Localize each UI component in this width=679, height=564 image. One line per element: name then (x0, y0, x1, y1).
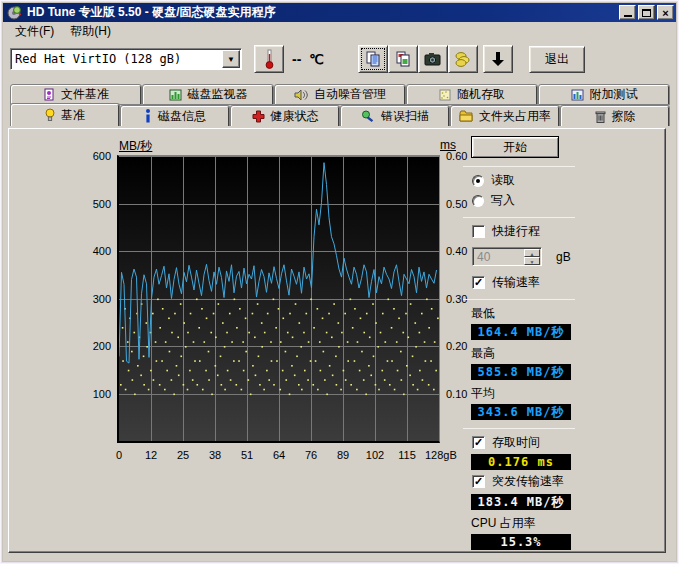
save-results-button[interactable] (483, 45, 513, 73)
write-radio-label: 写入 (491, 192, 515, 209)
tab-random-access[interactable]: 随机存取 (406, 84, 538, 105)
access-time-display: 0.176 ms (471, 454, 571, 470)
health-cross-icon (252, 110, 265, 123)
radio-unselected-icon (472, 195, 484, 207)
y-left-tick-label: 600 (81, 150, 111, 162)
x-tick-label: 64 (265, 449, 293, 461)
extra-tests-icon (571, 89, 584, 101)
benchmark-bulb-icon (45, 108, 55, 122)
minimize-button[interactable] (619, 5, 636, 20)
tab-extra-tests[interactable]: 附加测试 (538, 84, 670, 105)
menu-file[interactable]: 文件(F) (8, 21, 61, 42)
x-tick-label: 25 (169, 449, 197, 461)
screenshot-button[interactable] (418, 45, 448, 73)
y-left-tick-label: 300 (81, 293, 111, 305)
tab-benchmark[interactable]: 基准 (10, 103, 120, 126)
tab-erase[interactable]: 擦除 (560, 105, 670, 126)
close-button[interactable]: × (657, 5, 674, 20)
y-left-tick-label: 100 (81, 388, 111, 400)
menu-help[interactable]: 帮助(H) (63, 21, 118, 42)
x-tick-label: 128gB (425, 449, 453, 461)
burst-rate-label: 突发传输速率 (492, 473, 564, 490)
tab-health[interactable]: 健康状态 (230, 105, 340, 126)
error-scan-magnifier-icon (361, 110, 375, 123)
read-radio-label: 读取 (491, 172, 515, 189)
spin-up-icon[interactable]: ▲ (524, 249, 540, 257)
short-stroke-label: 快捷行程 (492, 223, 540, 240)
copy-text-button[interactable] (358, 45, 388, 73)
write-radio[interactable]: 写入 (472, 192, 635, 209)
trash-icon (595, 110, 606, 123)
speaker-icon (294, 89, 308, 101)
y-left-tick-label: 500 (81, 198, 111, 210)
coins-icon (455, 51, 471, 67)
x-tick-label: 115 (393, 449, 421, 461)
x-tick-label: 0 (105, 449, 133, 461)
app-icon (7, 5, 22, 20)
tab-disk-info[interactable]: 磁盘信息 (120, 105, 230, 126)
cpu-usage-label: CPU 占用率 (471, 515, 635, 532)
transfer-rate-checkbox[interactable]: 传输速率 (472, 274, 635, 291)
drive-select[interactable]: Red Hat VirtIO (128 gB) ▼ (10, 48, 242, 70)
short-stroke-size-input[interactable]: 40 ▲▼ (472, 247, 542, 266)
benchmark-settings-panel: 开始 读取 写入 快捷行程 40 ▲▼ gB (459, 133, 635, 550)
separator (463, 299, 575, 300)
tab-aam[interactable]: 自动噪音管理 (274, 84, 406, 105)
exit-button[interactable]: 退出 (529, 46, 585, 73)
tab-file-benchmark[interactable]: 文件基准 (10, 84, 142, 105)
separator (463, 428, 575, 429)
toolbar: Red Hat VirtIO (128 gB) ▼ -- ℃ (3, 41, 676, 81)
file-benchmark-icon (43, 88, 55, 101)
avg-speed-display: 343.6 MB/秒 (471, 404, 571, 420)
x-tick-label: 12 (137, 449, 165, 461)
benchmark-page: MB/秒 ms 012253851647689102115128gB100200… (8, 128, 666, 553)
benchmark-chart-canvas (119, 156, 439, 441)
title-bar: HD Tune 专业版 5.50 - 硬盘/固态硬盘实用程序 × (3, 3, 676, 22)
tab-bars: 文件基准 磁盘监视器 自动噪音管理 (10, 84, 670, 126)
short-stroke-unit: gB (556, 250, 571, 264)
max-speed-display: 585.8 MB/秒 (471, 364, 571, 380)
burst-rate-checkbox[interactable]: 突发传输速率 (472, 473, 635, 490)
chevron-down-icon[interactable]: ▼ (222, 50, 240, 68)
thermometer-icon (264, 49, 275, 69)
tab-folder-usage[interactable]: 文件夹占用率 (450, 105, 560, 126)
temperature-button[interactable] (254, 45, 284, 73)
maximize-button[interactable] (638, 5, 655, 20)
y-axis-right-label: ms (440, 138, 456, 152)
access-time-checkbox[interactable]: 存取时间 (472, 434, 635, 451)
min-speed-display: 164.4 MB/秒 (471, 324, 571, 340)
minimize-icon (624, 15, 632, 17)
menu-bar: 文件(F) 帮助(H) (3, 22, 676, 41)
x-tick-label: 38 (201, 449, 229, 461)
buy-button[interactable] (448, 45, 478, 73)
camera-icon (424, 52, 441, 66)
maximize-icon (642, 9, 651, 17)
drive-select-value: Red Hat VirtIO (128 gB) (11, 52, 222, 66)
burst-rate-display: 183.4 MB/秒 (471, 494, 571, 510)
read-radio[interactable]: 读取 (472, 172, 635, 189)
max-speed-label: 最高 (471, 345, 635, 362)
min-speed-label: 最低 (471, 305, 635, 322)
y-axis-left-label: MB/秒 (119, 138, 152, 155)
separator (463, 217, 575, 218)
access-time-label: 存取时间 (492, 434, 540, 451)
short-stroke-checkbox[interactable]: 快捷行程 (472, 223, 635, 240)
checkbox-unchecked-icon (472, 225, 485, 238)
window-title: HD Tune 专业版 5.50 - 硬盘/固态硬盘实用程序 (27, 4, 617, 21)
copy-image-button[interactable] (388, 45, 418, 73)
checkbox-checked-icon (472, 436, 485, 449)
tab-error-scan[interactable]: 错误扫描 (340, 105, 450, 126)
y-left-tick-label: 400 (81, 245, 111, 257)
copy-icon (365, 51, 381, 67)
spinner-buttons[interactable]: ▲▼ (524, 249, 540, 265)
separator (463, 166, 575, 167)
close-icon: × (662, 7, 668, 19)
temperature-unit: ℃ (309, 52, 324, 67)
disk-monitor-icon (169, 89, 182, 101)
spin-down-icon[interactable]: ▼ (524, 257, 540, 265)
disk-info-icon (144, 109, 152, 123)
avg-speed-label: 平均 (471, 385, 635, 402)
tab-disk-monitor[interactable]: 磁盘监视器 (142, 84, 274, 105)
start-button[interactable]: 开始 (471, 136, 559, 158)
checkbox-checked-icon (472, 475, 485, 488)
